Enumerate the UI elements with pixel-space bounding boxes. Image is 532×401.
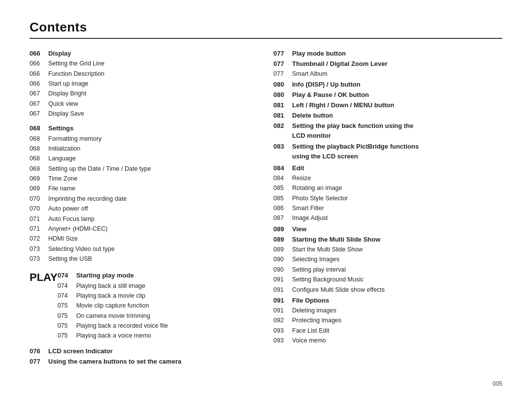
list-item: 070Imprinting the recording date (30, 194, 259, 204)
list-item: 071Auto Focus lamp (30, 215, 259, 224)
play-section: PLAY 074 Starting play mode 074Playing b… (30, 271, 259, 341)
using-camera-buttons: 077 Using the camera buttons to set the … (30, 357, 259, 367)
setting-playback-pictbridge: 083 Setting the playback PictBridge func… (273, 142, 502, 161)
left-column: 066 Display 066Setting the Grid Line 066… (30, 49, 273, 371)
deleting-images: 091Deleting images (273, 306, 502, 315)
list-item: 068Language (30, 154, 259, 163)
list-item: 075Playing back a voice memo (58, 331, 259, 340)
start-multi-slide-show: 089Start the Multi Slide Show (273, 245, 502, 254)
view-header: 089 View (273, 224, 502, 234)
delete-button: 081 Delete button (273, 111, 502, 121)
starting-play-mode-header: 074 Starting play mode (58, 271, 259, 280)
lcd-using-section: 076 LCD screen Indicator 077 Using the c… (30, 346, 259, 367)
list-item: 069Setting up the Date / Time / Date typ… (30, 164, 259, 174)
page: Contents 066 Display 066Setting the Grid… (0, 0, 532, 401)
play-label: PLAY (30, 271, 58, 285)
photo-style-selector: 085Photo Style Selector (273, 194, 502, 203)
thumbnail-zoom-lever: 077 Thumbnail / Digital Zoom Lever (273, 59, 502, 69)
rotating-image: 085Rotating an image (273, 184, 502, 193)
list-item: 068Initialization (30, 144, 259, 154)
left-right-down-menu: 081 Left / Right / Down / MENU button (273, 100, 502, 110)
configure-multi-slide-effects: 091Configure Multi Slide show effects (273, 285, 502, 295)
image-adjust: 087Image Adjust (273, 214, 502, 223)
settings-section: 068 Settings 068Formatting memory 068Ini… (30, 123, 259, 264)
right-column: 077 Play mode button 077 Thumbnail / Dig… (273, 49, 502, 371)
list-item: 072HDMI Size (30, 234, 259, 244)
page-number: 005 (493, 380, 502, 387)
play-mode-button: 077 Play mode button (273, 49, 502, 59)
content-area: 066 Display 066Setting the Grid Line 066… (30, 49, 502, 371)
list-item: 073Setting the USB (30, 254, 259, 264)
list-item: 074Playing back a movie clip (58, 291, 259, 301)
file-options-header: 091 File Options (273, 296, 502, 306)
resize: 084Resize (273, 174, 502, 183)
list-item: 067Display Save (30, 109, 259, 119)
smart-filter: 086Smart Filter (273, 204, 502, 213)
list-item: 068Formatting memory (30, 134, 259, 144)
list-item: 066Function Description (30, 69, 259, 79)
list-item: 069File name (30, 184, 259, 193)
display-header: 066 Display (30, 49, 259, 59)
info-disp-up: 080 Info (DISP) / Up button (273, 80, 502, 90)
edit-header: 084 Edit (273, 163, 502, 173)
list-item: 070Auto power off (30, 204, 259, 214)
list-item: 071Anynet+ (HDMI-CEC) (30, 224, 259, 234)
list-item: 074Playing back a still image (58, 281, 259, 291)
list-item: 073Selecting Video out type (30, 245, 259, 254)
list-item: 066Setting the Grid Line (30, 59, 259, 68)
list-item: 066Start up image (30, 79, 259, 89)
face-list-edit: 093Face List Edit (273, 326, 502, 336)
setting-playback-lcd: 082 Setting the play back function using… (273, 121, 502, 141)
page-title: Contents (30, 20, 502, 35)
protecting-images: 092Protecting images (273, 316, 502, 325)
settings-header: 068 Settings (30, 123, 259, 133)
voice-memo: 093Voice memo (273, 336, 502, 345)
list-item: 067Display Bright (30, 89, 259, 98)
list-item: 075Movie clip capture function (58, 301, 259, 310)
lcd-screen-indicator: 076 LCD screen Indicator (30, 346, 259, 356)
selecting-images: 090Selecting Images (273, 255, 502, 264)
title-divider (30, 38, 502, 39)
starting-multi-slide-show: 089 Starting the Multi Slide Show (273, 235, 502, 245)
display-section: 066 Display 066Setting the Grid Line 066… (30, 49, 259, 119)
list-item: 075On camera movie trimming (58, 311, 259, 321)
list-item: 069Time Zone (30, 174, 259, 184)
setting-play-interval: 090Setting play interval (273, 265, 502, 275)
list-item: 067Quick view (30, 99, 259, 109)
list-item: 075Playing back a recorded voice file (58, 321, 259, 331)
smart-album: 077 Smart Album (273, 69, 502, 79)
play-pause-ok: 080 Play & Pause / OK button (273, 90, 502, 100)
setting-background-music: 091Setting Background Music (273, 275, 502, 284)
